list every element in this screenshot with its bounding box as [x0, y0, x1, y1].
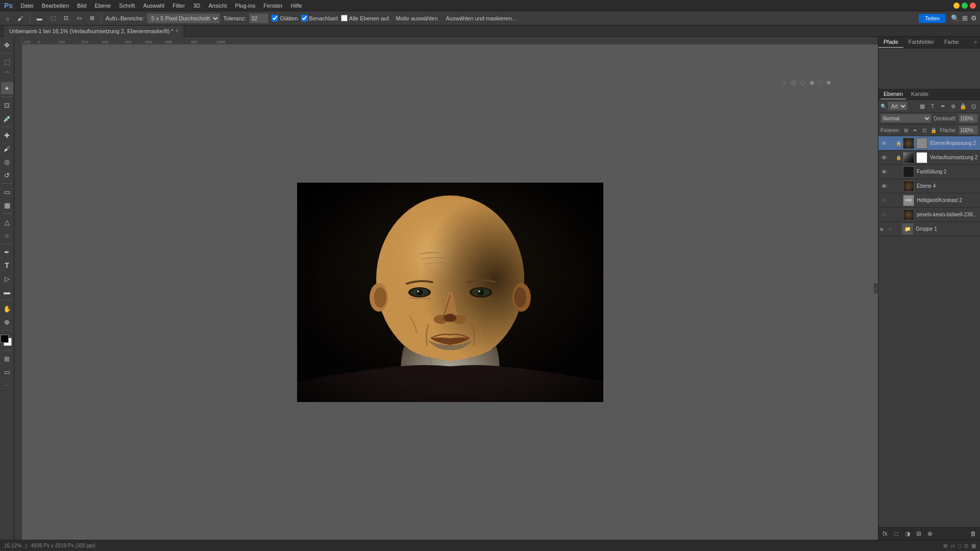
screen-mode-button[interactable]: ▭ [1, 366, 13, 378]
status-icon-4[interactable]: ⊡ [964, 543, 968, 548]
zoom-button[interactable]: ⊕ [1, 316, 13, 328]
history-button[interactable]: ↺ [1, 169, 13, 181]
menu-bild[interactable]: Bild [74, 2, 90, 10]
square2-icon[interactable]: ■ [826, 79, 830, 86]
shape2-button[interactable]: ▭ [74, 14, 84, 22]
circle2-icon[interactable]: ◎ [791, 79, 796, 86]
path-select-button[interactable]: ▷ [1, 272, 13, 285]
layer-item-helligkeit2[interactable]: 👁 H/K Helligkeit/Kontrast 2 [878, 193, 980, 208]
toleranz-input[interactable] [249, 13, 268, 23]
motiv-auswaehlen-button[interactable]: Motiv auswählen [394, 14, 440, 22]
layer-type-select[interactable]: Art [888, 102, 908, 111]
status-icon-5[interactable]: ▦ [971, 543, 976, 548]
status-icon-1[interactable]: ⊞ [943, 543, 947, 548]
layer-fx-button[interactable]: fx [880, 529, 890, 538]
tab-ebenen[interactable]: Ebenen [880, 89, 906, 99]
canvas-container[interactable] [22, 45, 878, 540]
menu-datei[interactable]: Datei [17, 2, 37, 10]
status-icon-2[interactable]: ▭ [950, 543, 955, 548]
pen-button[interactable]: ✒ [1, 246, 13, 258]
text-button[interactable]: T [1, 259, 13, 271]
quick-select-button[interactable]: ✦ [1, 82, 13, 94]
circle-icon[interactable]: ○ [782, 79, 787, 86]
tab-close-button[interactable]: × [176, 28, 179, 34]
fix-all-button[interactable]: 🔒 [929, 126, 938, 134]
layer-mask-button[interactable]: □ [892, 529, 901, 538]
visibility-icon-0[interactable]: 👁 [880, 140, 888, 147]
healing-button[interactable]: ✚ [1, 129, 13, 141]
menu-ansicht[interactable]: Ansicht [205, 2, 230, 10]
status-icon-3[interactable]: □ [958, 543, 961, 548]
menu-hilfe[interactable]: Hilfe [287, 2, 306, 10]
marquee-tool-button[interactable]: ⬚ [1, 56, 13, 68]
menu-filter[interactable]: Filter [169, 2, 188, 10]
menu-auswahl[interactable]: Auswahl [139, 2, 168, 10]
document-tab[interactable]: Unbenannt-1 bei 16,1% (Verlaufsumsetzung… [4, 26, 184, 37]
flache-input[interactable] [959, 126, 978, 135]
visibility-icon-6[interactable]: 👁 [887, 226, 894, 233]
menu-ebene[interactable]: Ebene [91, 2, 114, 10]
panel-collapse-button[interactable]: › [873, 283, 878, 294]
layer-filter-btn5[interactable]: 🔒 [959, 102, 968, 111]
expand-icon-6[interactable]: ▶ [880, 227, 886, 232]
brush-tool-button[interactable]: 🖌 [15, 14, 26, 22]
eraser-button[interactable]: ▭ [1, 186, 13, 198]
eyedropper-button[interactable]: 💉 [1, 112, 13, 124]
layer-group-button[interactable]: ⊞ [914, 529, 923, 538]
frame-button[interactable]: ⊞ [87, 14, 97, 22]
layer-item-ebene4[interactable]: 👁 Ebene 4 [878, 179, 980, 193]
delete-layer-button[interactable]: 🗑 [969, 529, 978, 538]
share-button[interactable]: Teilen [919, 14, 946, 23]
settings-icon[interactable]: ⚙ [971, 14, 977, 22]
diamond-icon[interactable]: ◇ [800, 79, 805, 86]
layer-adjustment-button[interactable]: ◑ [903, 529, 912, 538]
extra-tools-button[interactable]: ··· [1, 379, 13, 391]
gradient-button[interactable]: ▦ [1, 199, 13, 211]
menu-bearbeiten[interactable]: Bearbeiten [38, 2, 72, 10]
shape-button[interactable]: ▬ [1, 286, 13, 298]
maximize-button[interactable] [962, 3, 968, 9]
layer-filter-btn4[interactable]: ⊕ [948, 102, 958, 111]
opacity-input[interactable] [959, 114, 978, 123]
layer-item-gruppe1[interactable]: ▶ 👁 📁 Gruppe 1 [878, 222, 980, 236]
visibility-icon-4[interactable]: 👁 [880, 197, 888, 204]
panel-collapse-arrow[interactable]: » [971, 37, 980, 48]
clone-button[interactable]: ◎ [1, 156, 13, 168]
layer-filter-toggle[interactable]: ⊙ [969, 102, 978, 111]
new-layer-button[interactable]: ⊕ [925, 529, 935, 538]
rect-select-button[interactable]: ▬ [34, 14, 45, 22]
layer-item-farbfuellung2[interactable]: 👁 Farbfüllung 2 [878, 165, 980, 179]
blend-mode-select[interactable]: Normal [880, 114, 932, 123]
tab-kanaele[interactable]: Kanäle [908, 89, 932, 99]
benachbart-checkbox[interactable]: Benachbart [301, 15, 338, 21]
glatten-checkbox[interactable]: Glätten [272, 15, 298, 21]
menu-plugins[interactable]: Plug-ins [232, 2, 259, 10]
tab-pfade[interactable]: Pfade [878, 37, 903, 48]
fix-pos-button[interactable]: ⊞ [902, 126, 910, 134]
menu-fenster[interactable]: Fenster [260, 2, 286, 10]
color-switch[interactable] [1, 335, 14, 348]
benachbart-check[interactable] [301, 15, 308, 21]
crop-toolbar-button[interactable]: ⊡ [61, 14, 71, 22]
edit-mode-button[interactable]: ⊞ [1, 353, 13, 365]
foreground-color-swatch[interactable] [1, 335, 9, 343]
move-tool-button[interactable]: ✥ [1, 39, 13, 51]
dodge-button[interactable]: ○ [1, 229, 13, 241]
visibility-icon-2[interactable]: 👁 [880, 168, 888, 176]
layer-item-verlauf2[interactable]: 👁 🔒 Verlaufsumsetzung 2 [878, 151, 980, 165]
close-button[interactable] [970, 3, 976, 9]
menu-3d[interactable]: 3D [189, 2, 204, 10]
auswaehlen-maskieren-button[interactable]: Auswählen und maskieren... [444, 14, 519, 22]
glatten-check[interactable] [272, 15, 278, 21]
home-button[interactable]: ⌂ [3, 14, 12, 22]
search-icon[interactable]: 🔍 [951, 14, 959, 22]
view-icon[interactable]: ⊞ [962, 14, 968, 22]
square-icon[interactable]: □ [819, 79, 823, 86]
fix-artboard-button[interactable]: ⊡ [920, 126, 928, 134]
layer-item-anpassung2[interactable]: 👁 🔒 Ebene/Anpassung 2 [878, 136, 980, 151]
hand-button[interactable]: ✋ [1, 303, 13, 315]
layer-filter-btn2[interactable]: T [928, 102, 937, 111]
layer-filter-btn1[interactable]: ▦ [918, 102, 927, 111]
lasso-tool-button[interactable]: ⌒ [1, 69, 13, 81]
crop-tool-button[interactable]: ⊡ [1, 99, 13, 111]
